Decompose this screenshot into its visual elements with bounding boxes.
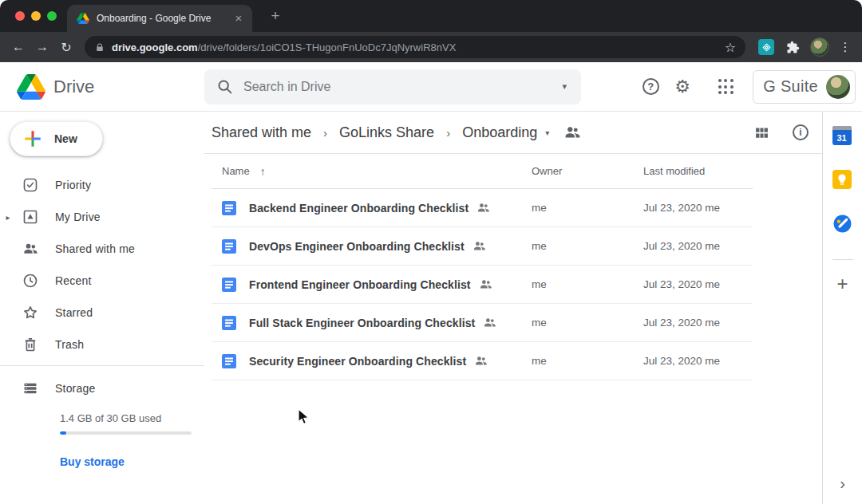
tab-strip: Onboarding - Google Drive × + xyxy=(0,0,862,32)
file-row[interactable]: Security Engineer Onboarding Checklist m… xyxy=(212,342,753,380)
drive-header: Drive ▾ ? ⚙ G Suite xyxy=(0,62,862,112)
google-doc-icon xyxy=(222,201,236,215)
file-modified: Jul 23, 2020 me xyxy=(643,202,753,214)
folder-shared-icon xyxy=(563,124,581,141)
breadcrumb: Shared with me › GoLinks Share › Onboard… xyxy=(204,112,822,154)
file-name[interactable]: Backend Engineer Onboarding Checklist xyxy=(249,202,469,215)
breadcrumb-separator-icon: › xyxy=(446,126,450,140)
calendar-app-button[interactable]: 31 xyxy=(832,126,853,147)
drive-logo-icon xyxy=(17,74,45,100)
breadcrumb-separator-icon: › xyxy=(323,126,327,140)
storage-usage-text: 1.4 GB of 30 GB used xyxy=(60,412,204,424)
file-row[interactable]: Backend Engineer Onboarding Checklist me… xyxy=(212,189,753,227)
folder-menu-caret-icon[interactable]: ▾ xyxy=(545,128,549,137)
file-name[interactable]: Security Engineer Onboarding Checklist xyxy=(249,355,466,368)
browser-profile-avatar[interactable] xyxy=(810,37,829,57)
sidebar-item-recent[interactable]: Recent xyxy=(0,265,204,297)
file-owner: me xyxy=(532,240,643,252)
drive-logo[interactable]: Drive xyxy=(0,74,204,100)
storage-progress-bar xyxy=(60,431,192,435)
google-doc-icon xyxy=(222,316,236,330)
google-apps-button[interactable] xyxy=(710,71,741,103)
help-icon: ? xyxy=(643,78,659,95)
file-row[interactable]: Frontend Engineer Onboarding Checklist m… xyxy=(212,266,753,304)
account-avatar[interactable] xyxy=(826,75,850,99)
keep-app-button[interactable] xyxy=(832,170,853,191)
grid-view-button[interactable] xyxy=(752,123,771,142)
address-bar[interactable]: drive.google.com/drive/folders/1oiCO1S-T… xyxy=(85,36,745,58)
header-actions: ? ⚙ G Suite xyxy=(635,70,862,104)
calendar-icon: 31 xyxy=(832,126,852,145)
column-last-modified[interactable]: Last modified xyxy=(643,165,753,177)
back-icon[interactable]: ← xyxy=(6,35,30,59)
url-text: drive.google.com/drive/folders/1oiCO1S-T… xyxy=(112,41,713,53)
search-box[interactable]: ▾ xyxy=(204,69,581,104)
sort-ascending-icon[interactable]: ↑ xyxy=(260,165,266,178)
extensions-puzzle-icon[interactable] xyxy=(781,41,805,54)
file-name[interactable]: Full Stack Engineer Onboarding Checklist xyxy=(249,317,475,329)
browser-menu-icon[interactable]: ⋮ xyxy=(835,40,856,54)
zoom-window-button[interactable] xyxy=(47,11,57,21)
sidebar-item-label: Trash xyxy=(55,338,84,351)
breadcrumb-onboarding[interactable]: Onboarding xyxy=(462,124,537,141)
collapse-panel-chevron-icon[interactable]: › xyxy=(840,474,845,493)
file-row[interactable]: DevOps Engineer Onboarding Checklist me … xyxy=(212,227,753,266)
shared-indicator-icon xyxy=(474,354,488,368)
new-tab-button[interactable]: + xyxy=(265,6,286,27)
clock-icon xyxy=(22,273,38,289)
traffic-lights xyxy=(0,0,67,32)
breadcrumb-shared-with-me[interactable]: Shared with me xyxy=(212,124,311,141)
new-button-label: New xyxy=(54,132,77,145)
breadcrumb-golinks-share[interactable]: GoLinks Share xyxy=(339,124,434,141)
app-name: Drive xyxy=(53,77,94,97)
plus-multicolor-icon xyxy=(22,128,43,149)
forward-icon[interactable]: → xyxy=(30,35,54,59)
minimize-window-button[interactable] xyxy=(31,11,41,21)
priority-icon xyxy=(22,177,38,193)
sidebar-item-storage[interactable]: Storage xyxy=(0,372,204,404)
sidebar-item-priority[interactable]: Priority xyxy=(0,169,204,201)
file-modified: Jul 23, 2020 me xyxy=(643,355,753,367)
file-name[interactable]: DevOps Engineer Onboarding Checklist xyxy=(249,240,465,253)
expand-arrow-icon[interactable]: ▸ xyxy=(0,213,16,222)
search-input[interactable] xyxy=(243,80,556,94)
help-button[interactable]: ? xyxy=(635,71,666,103)
file-name[interactable]: Frontend Engineer Onboarding Checklist xyxy=(249,278,471,291)
sidebar-item-label: Priority xyxy=(55,179,91,191)
reload-icon[interactable]: ↻ xyxy=(54,35,78,59)
settings-button[interactable]: ⚙ xyxy=(666,71,698,103)
sidebar-item-my-drive[interactable]: ▸ My Drive xyxy=(0,201,204,233)
url-domain: drive.google.com xyxy=(112,41,198,53)
grid-view-icon xyxy=(753,124,770,141)
tab-close-icon[interactable]: × xyxy=(231,11,246,26)
sidebar-item-starred[interactable]: Starred xyxy=(0,297,204,329)
search-options-caret-icon[interactable]: ▾ xyxy=(556,78,573,95)
extension-golinks-icon[interactable] xyxy=(758,39,774,55)
storage-icon xyxy=(22,380,38,396)
browser-tab[interactable]: Onboarding - Google Drive × xyxy=(67,5,252,32)
gear-icon: ⚙ xyxy=(674,77,690,97)
details-button[interactable]: i xyxy=(791,123,810,142)
buy-storage-link[interactable]: Buy storage xyxy=(60,455,125,468)
add-app-button[interactable]: + xyxy=(836,273,848,295)
gsuite-label: G Suite xyxy=(763,77,818,96)
sidebar-divider: Storage 1.4 GB of 30 GB used Buy storage xyxy=(0,365,204,469)
tasks-app-button[interactable] xyxy=(832,214,853,234)
file-row[interactable]: Full Stack Engineer Onboarding Checklist… xyxy=(212,304,753,342)
column-name[interactable]: Name xyxy=(222,165,250,177)
main-content: Shared with me › GoLinks Share › Onboard… xyxy=(204,112,822,504)
sidebar: New Priority ▸ My Drive Shared with me R… xyxy=(0,112,204,504)
lock-icon xyxy=(95,42,105,53)
column-owner[interactable]: Owner xyxy=(532,165,643,177)
google-doc-icon xyxy=(222,239,236,254)
bookmark-star-icon[interactable]: ☆ xyxy=(720,40,741,55)
mouse-cursor xyxy=(298,408,310,426)
sidebar-item-trash[interactable]: Trash xyxy=(0,329,204,360)
gsuite-account-chip[interactable]: G Suite xyxy=(753,70,856,104)
sidebar-item-shared-with-me[interactable]: Shared with me xyxy=(0,233,204,265)
sidebar-item-label: My Drive xyxy=(55,211,101,223)
info-icon: i xyxy=(793,124,809,140)
new-button[interactable]: New xyxy=(10,121,103,156)
close-window-button[interactable] xyxy=(15,11,25,21)
tab-title: Onboarding - Google Drive xyxy=(97,13,224,24)
